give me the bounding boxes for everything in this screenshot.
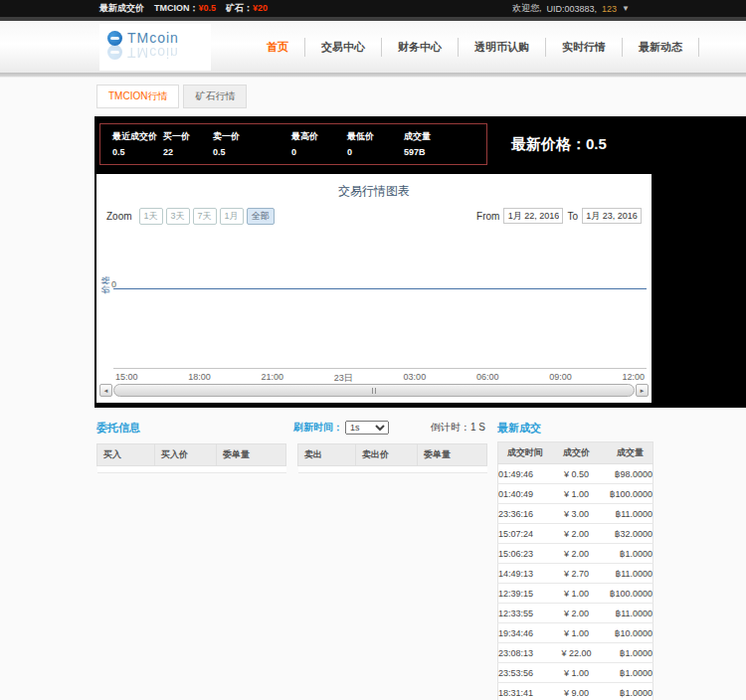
scrollbar-thumb[interactable] xyxy=(113,384,635,397)
nav-item[interactable]: 财务中心 xyxy=(382,38,459,57)
trade-volume: ฿98.0000 xyxy=(599,464,653,484)
stat-label: 最低价 xyxy=(347,130,404,143)
market-panel: 最近成交价 0.5 买一价 22 卖一价 0.5 最高价 0 最低价 0 成交量… xyxy=(94,116,746,408)
refresh-interval-select[interactable]: 1s xyxy=(345,421,389,435)
stat-label: 卖一价 xyxy=(213,130,291,143)
market-stats: 最近成交价 0.5 买一价 22 卖一价 0.5 最高价 0 最低价 0 成交量… xyxy=(99,123,487,165)
trade-volume: ฿100.0000 xyxy=(599,484,653,504)
market-tab[interactable]: TMCION行情 xyxy=(96,85,179,108)
trade-time: 12:33:55 xyxy=(498,604,555,623)
nav-item[interactable]: 交易中心 xyxy=(305,38,382,57)
stat-label: 成交量 xyxy=(404,130,473,143)
trade-time: 14:49:13 xyxy=(498,564,555,584)
site-header: TMcoin TMcoin 首页交易中心财务中心透明币认购实时行情最新动态 xyxy=(0,21,746,73)
sell-orders-table: 卖出卖出价委单量 xyxy=(297,443,487,473)
sell-table-header: 委单量 xyxy=(418,444,487,466)
stat-value: 0 xyxy=(291,147,347,157)
logo[interactable]: TMcoin TMcoin xyxy=(99,24,211,71)
zoom-range-button[interactable]: 7天 xyxy=(193,208,217,225)
trade-volume: ฿1.0000 xyxy=(599,643,653,663)
zoom-range-button[interactable]: 3天 xyxy=(166,208,190,225)
latest-trades-panel: 最新成交 成交时间成交价成交量 01:49:46 ¥ 0.50 ฿98.0000… xyxy=(497,418,653,700)
trade-row: 15:06:23 ¥ 2.00 ฿1.0000 xyxy=(498,544,653,564)
stat: 最低价 0 xyxy=(347,130,404,164)
market-tabs: TMCION行情矿石行情 xyxy=(0,78,746,116)
buy-orders-table: 买入买入价委单量 xyxy=(96,443,286,473)
data-section: 委托信息 刷新时间： 1s 倒计时：1 S 买入买入价委单量 卖出卖出价委单量 xyxy=(0,408,746,700)
topbar: 最新成交价 TMCION：¥0.5 矿石：¥20 欢迎您, UID:003883… xyxy=(0,0,746,17)
logo-reflection: TMcoin xyxy=(107,45,211,61)
trade-time: 01:49:46 xyxy=(498,464,555,484)
market-tab[interactable]: 矿石行情 xyxy=(183,85,247,108)
zoom-range-button[interactable]: 全部 xyxy=(247,208,275,225)
tmcion-price: TMCION：¥0.5 xyxy=(154,2,216,15)
stat-label: 最近成交价 xyxy=(112,130,163,143)
trade-time: 15:06:23 xyxy=(498,544,555,564)
buy-table-header: 买入 xyxy=(97,444,155,466)
stat-value: 22 xyxy=(163,147,213,157)
trade-volume: ฿10.0000 xyxy=(599,623,653,643)
trades-table-header: 成交量 xyxy=(599,442,653,464)
trade-price: ¥ 9.00 xyxy=(555,683,599,700)
trade-price: ¥ 2.70 xyxy=(555,564,599,584)
trade-row: 01:40:49 ¥ 1.00 ฿100.0000 xyxy=(498,484,653,504)
trade-volume: ฿11.0000 xyxy=(599,564,653,584)
scroll-right-icon[interactable]: ► xyxy=(636,384,649,397)
logo-icon xyxy=(107,31,122,46)
nav-item[interactable]: 最新动态 xyxy=(623,38,699,57)
trade-time: 23:36:16 xyxy=(498,504,555,524)
trade-volume: ฿1.0000 xyxy=(599,663,653,683)
trade-price: ¥ 2.00 xyxy=(555,524,599,544)
trade-volume: ฿1.0000 xyxy=(599,683,653,700)
logo-text: TMcoin xyxy=(127,30,179,46)
ore-price-value: ¥20 xyxy=(253,3,268,13)
tmcion-price-value: ¥0.5 xyxy=(199,3,217,13)
scroll-left-icon[interactable]: ◄ xyxy=(99,384,112,397)
nav-item[interactable]: 实时行情 xyxy=(546,38,623,57)
empty-buy-row xyxy=(97,466,286,473)
orders-title: 委托信息 xyxy=(96,421,293,436)
chart-title: 交易行情图表 xyxy=(96,174,652,200)
topbar-ticker: 最新成交价 TMCION：¥0.5 矿石：¥20 xyxy=(99,2,268,15)
trade-row: 18:31:41 ¥ 9.00 ฿1.0000 xyxy=(498,683,653,700)
ore-price: 矿石：¥20 xyxy=(226,2,268,15)
nav-item[interactable]: 首页 xyxy=(251,38,305,57)
trade-row: 15:07:24 ¥ 2.00 ฿32.0000 xyxy=(498,524,653,544)
trade-row: 19:34:46 ¥ 1.00 ฿10.0000 xyxy=(498,623,653,643)
zoom-range-button[interactable]: 1天 xyxy=(139,208,163,225)
logo-icon-reflection xyxy=(107,46,122,61)
stat-value: 0.5 xyxy=(112,147,163,157)
trade-volume: ฿32.0000 xyxy=(599,524,653,544)
trade-row: 23:08:13 ¥ 22.00 ฿1.0000 xyxy=(498,643,653,663)
trade-price: ¥ 2.00 xyxy=(555,544,599,564)
x-axis-line xyxy=(113,368,647,369)
username: 123 xyxy=(602,4,617,14)
trades-table-header: 成交时间 xyxy=(498,442,555,464)
orders-panel: 委托信息 刷新时间： 1s 倒计时：1 S 买入买入价委单量 卖出卖出价委单量 xyxy=(96,418,487,700)
to-label: To xyxy=(567,211,578,222)
trade-volume: ฿11.0000 xyxy=(599,504,653,524)
to-date-input[interactable] xyxy=(582,208,642,224)
user-menu[interactable]: 欢迎您, UID:003883, 123 ▼ xyxy=(512,2,630,15)
trade-row: 12:33:55 ¥ 2.00 ฿11.0000 xyxy=(498,604,653,623)
buy-table-header: 买入价 xyxy=(155,444,217,466)
chart-scrollbar: ◄ ► xyxy=(99,384,649,397)
y-axis-title: 价格 xyxy=(99,276,112,294)
trade-price: ¥ 1.00 xyxy=(555,484,599,504)
trade-time: 12:39:15 xyxy=(498,584,555,604)
stat: 成交量 597B xyxy=(404,130,473,164)
main-nav: 首页交易中心财务中心透明币认购实时行情最新动态 xyxy=(251,38,699,57)
trade-row: 01:49:46 ¥ 0.50 ฿98.0000 xyxy=(498,464,653,484)
latest-price: 最新价格：0.5 xyxy=(511,135,607,154)
stat: 最高价 0 xyxy=(291,130,347,164)
zoom-range-button[interactable]: 1月 xyxy=(220,208,244,225)
trade-time: 01:40:49 xyxy=(498,484,555,504)
sell-table-header: 卖出价 xyxy=(356,444,418,466)
scrollbar-grip-icon xyxy=(372,388,376,394)
chevron-down-icon[interactable]: ▼ xyxy=(622,4,630,13)
from-date-input[interactable] xyxy=(503,208,563,224)
countdown-text: 倒计时：1 S xyxy=(431,421,487,435)
nav-item[interactable]: 透明币认购 xyxy=(459,38,546,57)
trade-price: ¥ 1.00 xyxy=(555,663,599,683)
trade-row: 23:36:16 ¥ 3.00 ฿11.0000 xyxy=(498,504,653,524)
